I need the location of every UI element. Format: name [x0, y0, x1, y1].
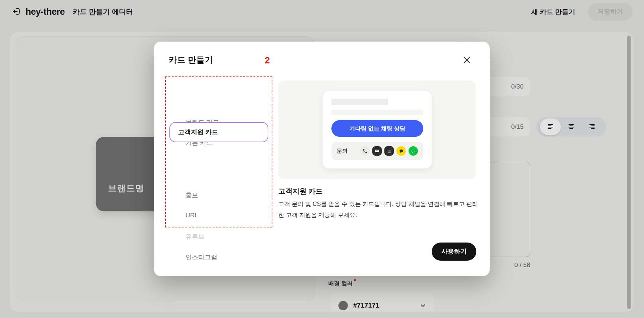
- close-button[interactable]: [462, 55, 472, 66]
- card-type-support-label: 고객지원 카드: [178, 128, 218, 137]
- kakao-talk-icon: [396, 146, 406, 156]
- card-type-list: 브랜드 카드 기본 카드 홍보 URL 유튜브 인스타그램: [165, 76, 272, 227]
- card-type-instagram[interactable]: 인스타그램: [185, 253, 217, 262]
- card-preview-area: 기다림 없는 채팅 상담 문의: [278, 81, 476, 179]
- inquiry-label: 문의: [337, 148, 347, 155]
- modal-title: 카드 만들기: [169, 54, 213, 65]
- inquiry-row: 문의: [331, 142, 423, 160]
- mail-icon: [372, 146, 382, 156]
- phone-icon: [360, 146, 370, 156]
- chat-consult-button[interactable]: 기다림 없는 채팅 상담: [331, 120, 423, 137]
- card-type-youtube: 유튜브: [185, 232, 205, 241]
- selected-card-description: 고객 문의 및 CS를 받을 수 있는 카드입니다. 상담 채널을 연결해 빠르…: [278, 199, 484, 221]
- close-icon: [463, 56, 471, 65]
- card-type-promo[interactable]: 홍보: [185, 191, 198, 200]
- support-card-preview: 기다림 없는 채팅 상담 문의: [323, 91, 432, 168]
- skeleton-line-2: [331, 110, 423, 115]
- selected-card-heading: 고객지원 카드: [278, 187, 323, 196]
- annotation-number: 2: [265, 55, 270, 66]
- card-type-url[interactable]: URL: [185, 212, 198, 219]
- document-icon: [384, 146, 394, 156]
- use-button[interactable]: 사용하기: [432, 243, 476, 261]
- channel-icons: [360, 146, 418, 156]
- naver-talk-icon: [409, 146, 418, 156]
- card-type-support-selected[interactable]: 고객지원 카드: [169, 122, 268, 142]
- create-card-modal: 카드 만들기 2 브랜드 카드 기본 카드 홍보 URL 유튜브 인스타그램 고…: [154, 42, 490, 276]
- skeleton-line-1: [331, 99, 388, 105]
